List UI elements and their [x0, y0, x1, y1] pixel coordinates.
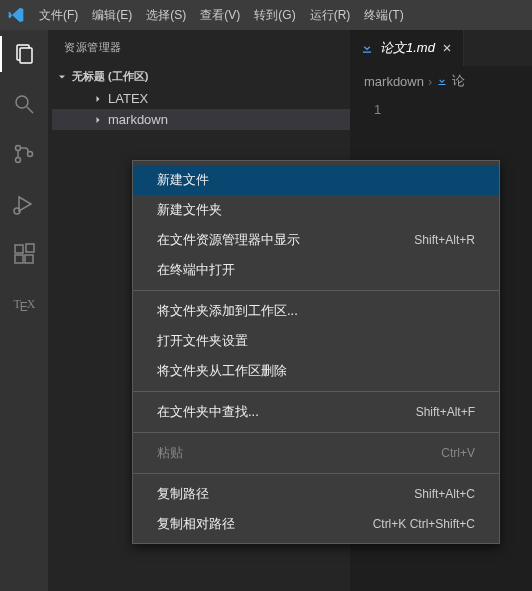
context-menu-item[interactable]: 新建文件夹 [133, 195, 499, 225]
svg-point-5 [16, 158, 21, 163]
context-menu-label: 新建文件 [157, 171, 209, 189]
context-menu-item[interactable]: 在终端中打开 [133, 255, 499, 285]
svg-rect-11 [25, 255, 33, 263]
context-menu-label: 在文件夹中查找... [157, 403, 259, 421]
context-menu-label: 打开文件夹设置 [157, 332, 248, 350]
tree-item-label: LATEX [108, 91, 148, 106]
context-menu-label: 将文件夹添加到工作区... [157, 302, 298, 320]
context-menu-item: 粘贴Ctrl+V [133, 438, 499, 468]
menu-terminal[interactable]: 终端(T) [357, 3, 410, 28]
context-menu-separator [133, 391, 499, 392]
menubar: 文件(F) 编辑(E) 选择(S) 查看(V) 转到(G) 运行(R) 终端(T… [32, 3, 411, 28]
titlebar: 文件(F) 编辑(E) 选择(S) 查看(V) 转到(G) 运行(R) 终端(T… [0, 0, 532, 30]
context-menu-label: 新建文件夹 [157, 201, 222, 219]
context-menu-label: 复制路径 [157, 485, 209, 503]
context-menu-separator [133, 432, 499, 433]
menu-edit[interactable]: 编辑(E) [85, 3, 139, 28]
context-menu-item[interactable]: 将文件夹添加到工作区... [133, 296, 499, 326]
context-menu-label: 将文件夹从工作区删除 [157, 362, 287, 380]
workspace-label: 无标题 (工作区) [72, 69, 148, 84]
menu-file[interactable]: 文件(F) [32, 3, 85, 28]
menu-goto[interactable]: 转到(G) [247, 3, 302, 28]
download-icon [360, 41, 374, 55]
context-menu-shortcut: Ctrl+V [441, 446, 475, 460]
tree-item-latex[interactable]: LATEX [52, 88, 350, 109]
svg-marker-7 [19, 197, 31, 211]
explorer-icon[interactable] [10, 40, 38, 68]
context-menu-item[interactable]: 复制相对路径Ctrl+K Ctrl+Shift+C [133, 509, 499, 539]
svg-line-3 [27, 107, 33, 113]
breadcrumb-segment[interactable]: 论 [452, 72, 465, 90]
context-menu-shortcut: Shift+Alt+C [414, 487, 475, 501]
sidebar-title: 资源管理器 [48, 30, 350, 65]
menu-select[interactable]: 选择(S) [139, 3, 193, 28]
context-menu-label: 在终端中打开 [157, 261, 235, 279]
chevron-down-icon [56, 71, 68, 83]
svg-point-6 [28, 152, 33, 157]
context-menu-shortcut: Ctrl+K Ctrl+Shift+C [373, 517, 475, 531]
context-menu-item[interactable]: 打开文件夹设置 [133, 326, 499, 356]
editor-tabs: 论文1.md [350, 30, 532, 66]
context-menu-item[interactable]: 复制路径Shift+Alt+C [133, 479, 499, 509]
svg-point-2 [16, 96, 28, 108]
breadcrumbs[interactable]: markdown › 论 [350, 66, 532, 96]
context-menu-item[interactable]: 新建文件 [133, 165, 499, 195]
editor-gutter: 1 [350, 96, 532, 117]
context-menu-label: 在文件资源管理器中显示 [157, 231, 300, 249]
download-icon [436, 75, 448, 87]
svg-rect-9 [15, 245, 23, 253]
line-number: 1 [374, 102, 381, 117]
source-control-icon[interactable] [10, 140, 38, 168]
breadcrumb-segment[interactable]: markdown [364, 74, 424, 89]
context-menu-label: 粘贴 [157, 444, 183, 462]
context-menu-shortcut: Shift+Alt+F [416, 405, 475, 419]
context-menu-label: 复制相对路径 [157, 515, 235, 533]
workspace-header[interactable]: 无标题 (工作区) [48, 65, 350, 88]
context-menu[interactable]: 新建文件新建文件夹在文件资源管理器中显示Shift+Alt+R在终端中打开将文件… [132, 160, 500, 544]
debug-icon[interactable] [10, 190, 38, 218]
menu-view[interactable]: 查看(V) [193, 3, 247, 28]
search-icon[interactable] [10, 90, 38, 118]
activity-bar: TEX [0, 30, 48, 591]
context-menu-item[interactable]: 在文件资源管理器中显示Shift+Alt+R [133, 225, 499, 255]
svg-rect-10 [15, 255, 23, 263]
svg-rect-1 [20, 48, 32, 63]
tex-icon[interactable]: TEX [10, 290, 38, 318]
context-menu-item[interactable]: 在文件夹中查找...Shift+Alt+F [133, 397, 499, 427]
chevron-right-icon: › [428, 74, 432, 89]
svg-rect-12 [26, 244, 34, 252]
tree-item-markdown[interactable]: markdown [52, 109, 350, 130]
extensions-icon[interactable] [10, 240, 38, 268]
context-menu-item[interactable]: 将文件夹从工作区删除 [133, 356, 499, 386]
context-menu-shortcut: Shift+Alt+R [414, 233, 475, 247]
svg-point-4 [16, 146, 21, 151]
vscode-logo-icon [8, 7, 24, 23]
file-tree: LATEX markdown [48, 88, 350, 130]
context-menu-separator [133, 473, 499, 474]
close-icon[interactable] [441, 42, 453, 54]
tree-item-label: markdown [108, 112, 168, 127]
menu-run[interactable]: 运行(R) [303, 3, 358, 28]
tab-active[interactable]: 论文1.md [350, 30, 464, 66]
chevron-right-icon [92, 114, 102, 126]
context-menu-separator [133, 290, 499, 291]
tab-label: 论文1.md [380, 39, 435, 57]
chevron-right-icon [92, 93, 102, 105]
